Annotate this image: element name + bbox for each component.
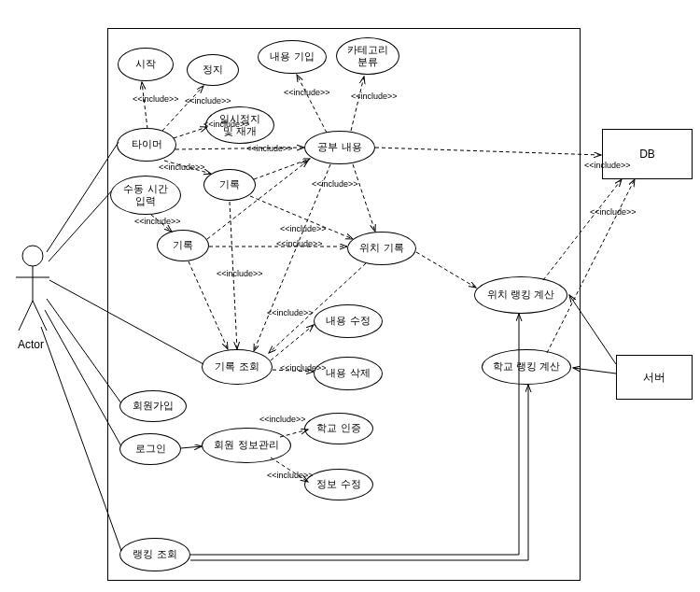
include-label-15: <<include>> — [259, 415, 306, 424]
uc-content-entry: 내용 기입 — [258, 40, 327, 74]
uc-record1: 기록 — [203, 169, 256, 201]
uc-edit-content: 내용 수정 — [314, 304, 383, 338]
uc-ranking-view: 랭킹 조회 — [119, 538, 190, 571]
server-label: 서버 — [643, 370, 665, 386]
include-label-5: <<include>> — [159, 162, 205, 172]
actor-label: Actor — [7, 338, 54, 351]
uc-school-rank: 학교 랭킹 계산 — [482, 349, 571, 385]
uc-delete-content: 내용 삭제 — [314, 357, 383, 390]
include-label-3: <<include>> — [203, 120, 250, 129]
include-label-14: <<include>> — [312, 179, 358, 189]
uc-info-edit: 정보 수정 — [304, 469, 373, 500]
db-box: DB — [602, 129, 693, 179]
include-label-7: <<include>> — [280, 224, 327, 233]
include-label-1: <<include>> — [133, 94, 179, 104]
uc-study-content: 공부 내용 — [304, 131, 375, 164]
actor-figure — [14, 245, 51, 333]
uc-school-auth: 학교 인증 — [304, 413, 373, 444]
uc-manual-time: 수동 시간 입력 — [110, 176, 181, 215]
db-label: DB — [639, 148, 655, 161]
include-label-13: <<include>> — [351, 92, 398, 101]
include-label-12: <<include>> — [284, 88, 330, 97]
svg-line-3 — [19, 301, 33, 331]
uc-stop: 정지 — [187, 54, 239, 86]
svg-line-6 — [49, 190, 112, 261]
uc-location-rank: 위치 랭킹 계산 — [474, 276, 567, 314]
include-label-4: <<include>> — [246, 144, 293, 153]
include-label-9: <<include>> — [217, 269, 263, 278]
uc-record-view: 기록 조회 — [202, 349, 273, 385]
include-label-16: <<include>> — [267, 471, 314, 480]
include-label-11: <<include>> — [280, 363, 327, 373]
svg-line-4 — [33, 301, 47, 331]
uc-login: 로그인 — [119, 433, 181, 465]
uc-member-info: 회원 정보관리 — [202, 428, 291, 463]
svg-point-0 — [22, 246, 43, 266]
include-label-8: <<include>> — [276, 239, 323, 248]
include-label-18: <<include>> — [590, 207, 637, 217]
uc-record2: 기록 — [157, 230, 209, 261]
uc-start: 시작 — [118, 48, 174, 81]
uc-category: 카테고리 분류 — [336, 37, 399, 75]
uc-timer: 타이머 — [117, 128, 176, 162]
uc-location-record: 위치 기록 — [347, 232, 416, 265]
include-label-17: <<include>> — [584, 161, 631, 170]
server-box: 서버 — [616, 355, 693, 400]
include-label-2: <<include>> — [185, 96, 231, 106]
include-label-10: <<include>> — [267, 308, 314, 317]
uc-signup: 회원가입 — [119, 390, 187, 422]
include-label-6: <<include>> — [134, 217, 181, 226]
